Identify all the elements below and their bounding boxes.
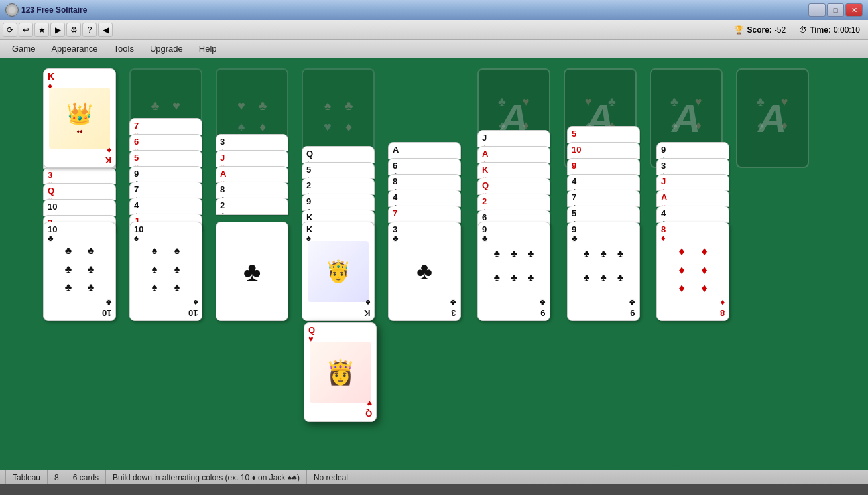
toolbar-new-game[interactable]: ⟳ — [3, 23, 17, 37]
time-value: 0:00:10 — [834, 25, 860, 35]
tableau-col5-bottom[interactable]: 3♣ ♣ 3♣ — [388, 222, 461, 321]
statusbar: Tableau 8 6 cards Build down in alternat… — [0, 470, 868, 484]
maximize-button[interactable]: □ — [827, 3, 844, 17]
tableau-col6-bottom[interactable]: 9♣ ♣ ♣ ♣ ♣ ♣ ♣ 9♣ — [477, 222, 550, 321]
toolbar: ⟳ ↩ ★ ▶ ⚙ ? ◀ 🏆 Score: -52 ⏱ Time: 0:00:… — [0, 20, 868, 40]
toolbar-play[interactable]: ▶ — [50, 23, 65, 37]
toolbar-back[interactable]: ◀ — [98, 23, 113, 37]
tableau-col8-bottom[interactable]: 8♦ ♦ ♦ ♦ ♦ ♦ ♦ 8♦ — [656, 222, 729, 321]
score-label: Score: — [747, 25, 771, 35]
status-game-type: Tableau — [5, 470, 48, 484]
tableau-col7-bottom[interactable]: 9♣ ♣ ♣ ♣ ♣ ♣ ♣ 9♣ — [567, 222, 640, 321]
tableau-col2-5[interactable]: 9♣ — [129, 166, 202, 183]
tableau-col3-3[interactable]: 8♣ — [216, 182, 288, 199]
tableau-col6-7[interactable]: J♠ — [477, 130, 550, 147]
menubar: Game Appearance Tools Upgrade Help — [0, 40, 868, 58]
tableau-col5-2[interactable]: 7♦ — [388, 206, 461, 223]
status-cards: 6 cards — [66, 470, 106, 484]
tableau-col6-4[interactable]: Q♥ — [477, 178, 550, 195]
tableau-col7-2[interactable]: 5♣ — [567, 206, 640, 223]
tableau-col8-6[interactable]: 9♠ — [656, 142, 729, 159]
tableau-col5-3[interactable]: 4♣ — [388, 190, 461, 207]
tableau-col4-4[interactable]: 2♠ — [302, 178, 375, 195]
tableau-col7-4[interactable]: 4♣ — [567, 174, 640, 191]
app-icon — [5, 3, 19, 17]
tableau-col6-3[interactable]: 2♦ — [477, 194, 550, 211]
tableau-col1-5[interactable]: 3♥ — [43, 167, 116, 184]
tableau-col3-2[interactable]: 2♣ — [216, 198, 288, 215]
tableau-col3-6[interactable]: 3♠ — [216, 134, 288, 151]
tableau-col7-7[interactable]: 5♦ — [567, 126, 640, 143]
tableau-col7-5[interactable]: 9♦ — [567, 158, 640, 175]
titlebar-left: 123 Free Solitaire — [5, 3, 87, 17]
titlebar-controls: — □ ✕ — [808, 3, 863, 17]
tableau-col4-bottom[interactable]: K♠ 🤴 K♠ — [302, 222, 375, 321]
tableau-col2-4[interactable]: 7♠ — [129, 182, 202, 199]
tableau-col5-6[interactable]: A♠ — [388, 142, 461, 159]
tableau-col8-4[interactable]: J♦ — [656, 174, 729, 191]
time-label: Time: — [810, 25, 831, 35]
tableau-col6-6[interactable]: A♦ — [477, 146, 550, 163]
tableau-col8-2[interactable]: 4♣ — [656, 206, 729, 223]
menu-upgrade[interactable]: Upgrade — [143, 42, 190, 56]
menu-game[interactable]: Game — [5, 42, 42, 56]
tableau-col2-bottom[interactable]: 10♠ ♠ ♠ ♠ ♠ ♠ ♠ 10♠ — [129, 222, 202, 321]
toolbar-undo[interactable]: ↩ — [19, 23, 33, 37]
tableau-col5-4[interactable]: 8♣ — [388, 174, 461, 191]
tableau-col3-4[interactable]: A♥ — [216, 166, 288, 183]
toolbar-settings[interactable]: ⚙ — [66, 23, 81, 37]
tableau-col4-5[interactable]: 5♠ — [302, 162, 375, 179]
foundation-pile-4[interactable]: ♣ ♥ ♠ ♦ A — [736, 68, 809, 168]
tableau-col8-5[interactable]: 3♠ — [656, 158, 729, 175]
menu-help[interactable]: Help — [192, 42, 223, 56]
tableau-col1-bottom[interactable]: 10♣ ♣ ♣ ♣ ♣ ♣ ♣ 10♣ — [43, 222, 116, 321]
tableau-col3-bottom[interactable]: ♣ — [216, 222, 288, 321]
dragged-card-queen-hearts[interactable]: Q♥ 👸 Q♥ — [304, 322, 377, 422]
window-title: 123 Free Solitaire — [21, 5, 87, 15]
time-display: ⏱ Time: 0:00:10 — [799, 25, 860, 35]
tableau-col2-6[interactable]: 5♥ — [129, 150, 202, 167]
stock-pile-1[interactable]: K♦ K♦ 👑 ♦♦ — [43, 68, 116, 168]
menu-appearance[interactable]: Appearance — [44, 42, 104, 56]
tableau-col7-3[interactable]: 7♣ — [567, 190, 640, 207]
tableau-col3-5[interactable]: J♥ — [216, 150, 288, 167]
status-redeal: No redeal — [307, 470, 355, 484]
tableau-col6-5[interactable]: K♥ — [477, 162, 550, 179]
tableau-col2-3[interactable]: 4♠ — [129, 198, 202, 215]
game-area[interactable]: K♦ K♦ 👑 ♦♦ ♣ ♥ ♠ ♦ — [0, 58, 868, 470]
tableau-col4-6[interactable]: Q♠ — [302, 146, 375, 163]
game-layout: K♦ K♦ 👑 ♦♦ ♣ ♥ ♠ ♦ — [0, 58, 868, 470]
toolbar-favorite[interactable]: ★ — [34, 23, 49, 37]
tableau-col2-8[interactable]: 7♥ — [129, 118, 202, 135]
menu-tools[interactable]: Tools — [107, 42, 141, 56]
tableau-col7-6[interactable]: 10♦ — [567, 142, 640, 159]
tableau-col2-7[interactable]: 6♥ — [129, 134, 202, 151]
toolbar-help[interactable]: ? — [82, 23, 97, 37]
status-columns: 8 — [48, 470, 66, 484]
score-value: -52 — [775, 25, 786, 35]
tableau-col1-4[interactable]: Q♥ — [43, 183, 116, 200]
status-rule: Build down in alternating colors (ex. 10… — [106, 470, 307, 484]
score-display: 🏆 Score: -52 — [734, 25, 786, 35]
minimize-button[interactable]: — — [808, 3, 826, 17]
close-button[interactable]: ✕ — [845, 3, 863, 17]
titlebar: 123 Free Solitaire — □ ✕ — [0, 0, 868, 20]
tableau-col8-3[interactable]: A♥ — [656, 190, 729, 207]
tableau-col5-5[interactable]: 6♣ — [388, 158, 461, 175]
tableau-col4-3[interactable]: 9♣ — [302, 194, 375, 211]
window: 123 Free Solitaire — □ ✕ ⟳ ↩ ★ ▶ ⚙ ? ◀ 🏆… — [0, 0, 868, 484]
tableau-col1-3[interactable]: 10♠ — [43, 199, 116, 216]
